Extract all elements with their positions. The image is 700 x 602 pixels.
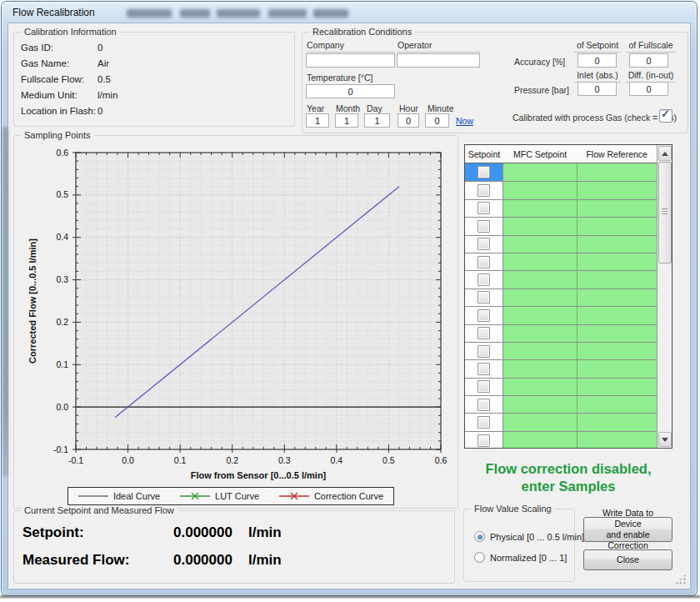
operator-input[interactable]: [397, 53, 480, 68]
flow-reference-cell[interactable]: [578, 414, 657, 430]
setpoint-cell[interactable]: [465, 253, 503, 270]
close-button[interactable]: Close: [583, 549, 672, 570]
now-link[interactable]: Now: [456, 116, 473, 126]
table-row: [465, 431, 657, 448]
setpoint-checkbox[interactable]: [478, 291, 490, 304]
mfc-setpoint-cell[interactable]: [503, 289, 578, 306]
flow-reference-cell[interactable]: [578, 253, 657, 270]
setpoint-cell[interactable]: [465, 414, 503, 430]
setpoint-checkbox[interactable]: [478, 434, 490, 447]
scrollbar-up-button[interactable]: [658, 146, 672, 161]
normalized-scaling-radio[interactable]: [474, 552, 485, 563]
flow-reference-cell[interactable]: [578, 307, 657, 324]
flow-reference-cell[interactable]: [578, 182, 657, 198]
write-data-button[interactable]: Write Data to Device and enable Correcti…: [583, 517, 672, 542]
year-input[interactable]: [306, 113, 329, 128]
scrollbar-thumb[interactable]: [658, 162, 672, 263]
setpoint-cell[interactable]: [465, 325, 503, 342]
measured-flow-label: Measured Flow:: [22, 552, 129, 569]
setpoint-cell[interactable]: [465, 236, 503, 253]
mfc-setpoint-cell[interactable]: [503, 218, 578, 234]
flow-reference-cell[interactable]: [578, 360, 657, 377]
scrollbar-down-button[interactable]: [658, 432, 672, 447]
mfc-setpoint-cell[interactable]: [503, 325, 578, 342]
resize-grip-icon[interactable]: [675, 574, 686, 584]
mfc-setpoint-cell[interactable]: [503, 432, 578, 448]
flow-reference-cell[interactable]: [578, 379, 657, 395]
pressure-diff-input[interactable]: [629, 82, 668, 96]
hour-input[interactable]: [398, 113, 419, 128]
mfc-setpoint-cell[interactable]: [503, 343, 578, 359]
flow-reference-cell[interactable]: [578, 163, 657, 181]
mfc-setpoint-cell[interactable]: [503, 200, 578, 217]
company-input[interactable]: [306, 53, 395, 68]
setpoint-checkbox[interactable]: [478, 327, 490, 339]
column-header-mfc-setpoint[interactable]: MFC Setpoint: [503, 145, 578, 163]
measured-flow-value: 0.000000: [173, 552, 232, 569]
setpoint-checkbox[interactable]: [478, 220, 490, 233]
accuracy-of-fullscale-input[interactable]: [629, 53, 668, 68]
flow-reference-cell[interactable]: [578, 396, 657, 413]
mfc-setpoint-cell[interactable]: [503, 182, 578, 198]
flow-reference-cell[interactable]: [578, 289, 657, 306]
flow-reference-cell[interactable]: [578, 343, 657, 359]
setpoint-checkbox[interactable]: [478, 184, 490, 197]
table-scrollbar[interactable]: [657, 145, 672, 448]
mfc-setpoint-cell[interactable]: [503, 307, 578, 324]
flow-reference-cell[interactable]: [578, 271, 657, 288]
setpoint-checkbox[interactable]: [478, 166, 490, 178]
calibration-field-label: Medium Unit:: [21, 90, 78, 100]
setpoint-checkbox[interactable]: [478, 380, 490, 393]
flow-reference-cell[interactable]: [578, 218, 657, 234]
setpoint-checkbox[interactable]: [478, 345, 490, 358]
setpoint-checkbox[interactable]: [478, 256, 490, 268]
column-header-setpoint[interactable]: Setpoint: [465, 145, 503, 163]
setpoint-cell[interactable]: [465, 360, 503, 377]
column-header-flow-reference[interactable]: Flow Reference: [577, 145, 657, 163]
minute-input[interactable]: [425, 113, 449, 128]
setpoint-checkbox[interactable]: [478, 309, 490, 322]
flow-reference-cell[interactable]: [578, 325, 657, 342]
setpoint-cell[interactable]: [465, 432, 503, 448]
setpoint-cell[interactable]: [465, 379, 503, 395]
setpoint-checkbox[interactable]: [478, 202, 490, 214]
setpoint-cell[interactable]: [465, 343, 503, 359]
setpoint-unit: l/min: [248, 524, 282, 541]
setpoint-cell[interactable]: [465, 271, 503, 288]
day-input[interactable]: [364, 113, 390, 128]
calibration-field-value: l/min: [98, 90, 118, 100]
setpoint-cell[interactable]: [465, 289, 503, 306]
setpoint-cell[interactable]: [465, 182, 503, 198]
setpoint-checkbox[interactable]: [478, 273, 490, 286]
setpoint-cell[interactable]: [465, 396, 503, 413]
process-gas-checkbox[interactable]: ✓: [659, 109, 672, 123]
mfc-setpoint-cell[interactable]: [503, 253, 578, 270]
month-input[interactable]: [335, 113, 358, 128]
setpoint-checkbox[interactable]: [478, 363, 490, 375]
setpoint-cell[interactable]: [465, 200, 503, 217]
setpoint-cell[interactable]: [465, 218, 503, 234]
setpoint-checkbox[interactable]: [478, 238, 490, 250]
title-bar[interactable]: Flow Recalibration: [2, 2, 697, 23]
setpoint-checkbox[interactable]: [478, 416, 490, 429]
mfc-setpoint-cell[interactable]: [503, 236, 578, 253]
dialog-client-area: Calibration Information Gas ID:0Gas Name…: [8, 23, 690, 589]
mfc-setpoint-cell[interactable]: [503, 271, 578, 288]
mfc-setpoint-cell[interactable]: [503, 163, 578, 181]
setpoint-cell[interactable]: [465, 307, 503, 324]
mfc-setpoint-cell[interactable]: [503, 360, 578, 377]
setpoint-cell[interactable]: [465, 163, 503, 181]
flow-recalibration-window: Flow Recalibration Calibration Informati…: [2, 2, 697, 595]
redacted-title-text: [313, 9, 348, 18]
flow-reference-cell[interactable]: [578, 200, 657, 217]
mfc-setpoint-cell[interactable]: [503, 379, 578, 395]
setpoint-checkbox[interactable]: [478, 399, 490, 411]
physical-scaling-radio[interactable]: [474, 531, 485, 542]
mfc-setpoint-cell[interactable]: [503, 396, 578, 413]
flow-reference-cell[interactable]: [578, 432, 657, 448]
mfc-setpoint-cell[interactable]: [503, 414, 578, 430]
temperature-input[interactable]: [306, 84, 395, 98]
pressure-inlet-input[interactable]: [578, 82, 617, 96]
flow-reference-cell[interactable]: [578, 236, 657, 253]
accuracy-of-setpoint-input[interactable]: [578, 53, 617, 68]
